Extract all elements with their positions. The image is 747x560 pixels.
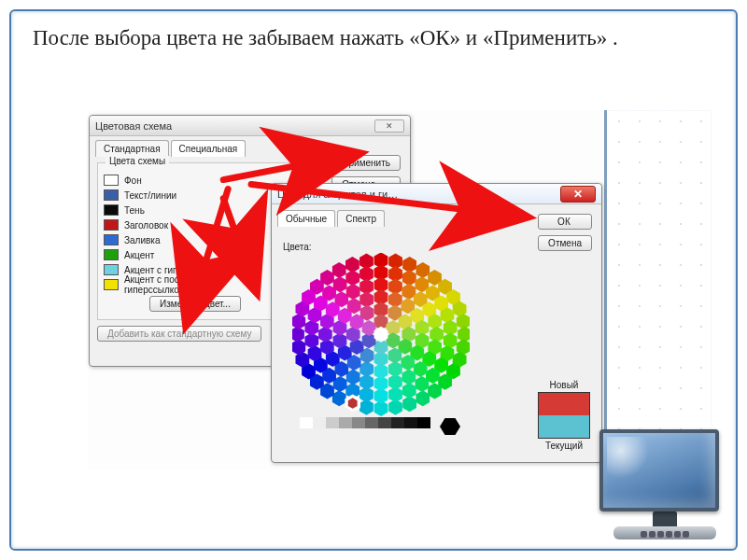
scheme-item[interactable]: Заголовок <box>104 217 287 232</box>
color-swatch <box>104 279 119 290</box>
scheme-item-label: Акцент с гиперссылкой <box>124 265 224 275</box>
dialog2-titlebar[interactable]: Цвет для акцентов и ги… ✕ <box>272 184 601 204</box>
group-legend: Цвета схемы <box>106 156 169 166</box>
svg-marker-33 <box>332 262 346 278</box>
scheme-item[interactable]: Акцент <box>104 247 287 262</box>
scheme-item-label: Акцент с последующей гиперссылкой <box>124 274 287 295</box>
svg-marker-64 <box>345 270 359 286</box>
new-current-preview: Новый Текущий <box>538 380 590 451</box>
scheme-item-label: Заголовок <box>124 220 168 231</box>
color-swatch <box>104 175 119 186</box>
scheme-item-label: Акцент <box>124 250 154 260</box>
svg-marker-126 <box>374 327 388 343</box>
tab-usual[interactable]: Обычные <box>277 210 335 227</box>
gray-cell[interactable] <box>404 417 417 428</box>
scheme-item-label: Заливка <box>124 235 161 245</box>
cancel-button-2[interactable]: Отмена <box>538 235 592 251</box>
scheme-item[interactable]: Заливка <box>104 232 287 247</box>
svg-marker-38 <box>402 270 416 286</box>
close-icon[interactable]: ✕ <box>560 186 596 203</box>
current-label: Текущий <box>538 441 590 451</box>
new-label: Новый <box>538 380 590 390</box>
scheme-item[interactable]: Акцент с последующей гиперссылкой <box>104 277 287 292</box>
scheme-item-label: Текст/линии <box>124 190 176 201</box>
svg-marker-3 <box>416 262 430 278</box>
tab-standard[interactable]: Стандартная <box>95 140 169 157</box>
scheme-item[interactable]: Текст/линии <box>104 188 287 203</box>
color-swatch <box>104 204 119 216</box>
monitor-clipart <box>599 429 730 551</box>
gray-cell[interactable] <box>326 417 339 428</box>
color-swatch <box>104 249 119 260</box>
svg-marker-107 <box>359 291 374 307</box>
ok-button[interactable]: ОК <box>538 214 592 230</box>
apply-button[interactable]: Применить <box>331 155 401 171</box>
svg-marker-21 <box>332 390 346 406</box>
current-color-swatch <box>539 415 589 438</box>
svg-marker-125 <box>362 320 376 336</box>
svg-marker-100 <box>359 361 374 377</box>
instruction-caption: После выбора цвета не забываем нажать «О… <box>33 23 714 52</box>
scheme-item[interactable]: Тень <box>104 203 287 217</box>
color-picker-dialog: Цвет для акцентов и ги… ✕ Обычные Спектр… <box>271 183 602 463</box>
color-swatch <box>104 189 119 201</box>
colors-label: Цвета: <box>283 242 312 252</box>
grid-background <box>609 110 712 469</box>
svg-marker-98 <box>388 361 402 377</box>
tab-spectrum[interactable]: Спектр <box>337 210 385 227</box>
color-hexagon[interactable] <box>292 253 470 421</box>
color-swatch <box>104 219 119 231</box>
dialog1-title: Цветовая схема <box>95 120 172 132</box>
scheme-item-label: Фон <box>124 175 142 186</box>
scheme-item-label: Тень <box>124 205 145 216</box>
gray-cell[interactable] <box>352 417 365 428</box>
tab-special[interactable]: Специальная <box>171 140 247 157</box>
gray-cell[interactable] <box>300 417 313 428</box>
gray-cell[interactable] <box>417 417 430 428</box>
dialog2-title: Цвет для акцентов и ги… <box>277 189 398 200</box>
color-swatch <box>104 264 119 275</box>
svg-marker-72 <box>430 327 444 343</box>
svg-marker-15 <box>416 390 430 406</box>
svg-marker-122 <box>386 332 400 348</box>
dialog1-titlebar[interactable]: Цветовая схема ✕ <box>90 116 410 136</box>
svg-marker-44 <box>444 333 458 349</box>
gray-cell[interactable] <box>339 417 352 428</box>
add-standard-button[interactable]: Добавить как стандартную схему <box>97 326 261 342</box>
gray-cell[interactable] <box>391 417 404 428</box>
black-hex[interactable] <box>440 417 460 436</box>
svg-marker-59 <box>304 320 318 336</box>
svg-marker-49 <box>402 383 416 399</box>
gray-cell[interactable] <box>378 417 391 428</box>
scheme-item[interactable]: Фон <box>104 173 287 188</box>
scheme-list: ФонТекст/линииТеньЗаголовокЗаливкаАкцент… <box>104 173 287 292</box>
gray-cell[interactable] <box>313 417 326 428</box>
screenshot-area: Цветовая схема ✕ Стандартная Специальная… <box>89 110 607 469</box>
close-icon[interactable]: ✕ <box>374 119 404 133</box>
svg-marker-91 <box>388 291 402 307</box>
new-color-swatch <box>539 393 589 415</box>
grayscale-row[interactable] <box>300 417 460 436</box>
change-color-button[interactable]: Изменить цвет... <box>149 296 241 312</box>
svg-marker-84 <box>318 327 332 343</box>
gray-cell[interactable] <box>365 417 378 428</box>
color-swatch <box>104 234 119 245</box>
